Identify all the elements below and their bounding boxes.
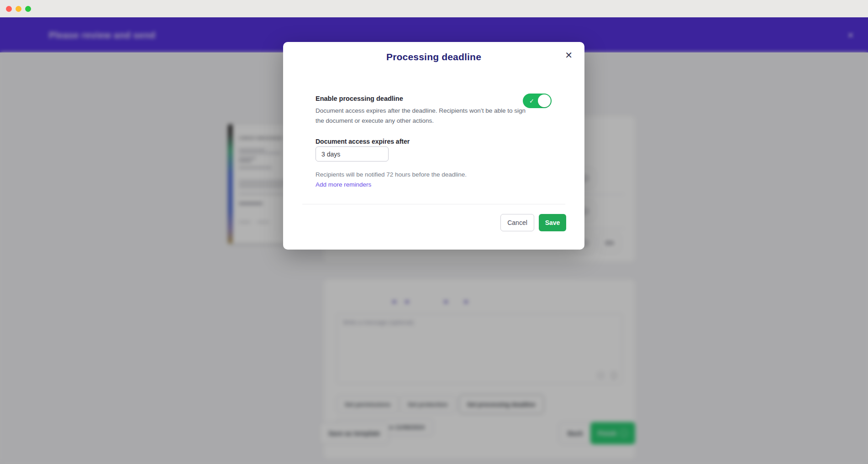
cancel-button[interactable]: Cancel <box>500 214 534 231</box>
toggle-knob <box>538 94 551 107</box>
dialog-title: Processing deadline <box>283 52 584 63</box>
screen: Please review and send ✕ COMPANY MEMORAN… <box>0 0 868 464</box>
save-button[interactable]: Save <box>539 214 566 231</box>
minimize-window-icon[interactable] <box>16 6 21 12</box>
dialog-close-icon[interactable]: ✕ <box>565 50 573 61</box>
enable-deadline-label: Enable processing deadline <box>316 95 403 102</box>
check-icon: ✓ <box>529 98 534 104</box>
deadline-description: Document access expires after the deadli… <box>316 106 526 125</box>
expires-after-input[interactable] <box>316 146 389 162</box>
close-window-icon[interactable] <box>6 6 12 12</box>
processing-deadline-dialog: Processing deadline ✕ Enable processing … <box>283 42 584 250</box>
enable-deadline-toggle[interactable]: ✓ <box>523 94 552 108</box>
add-more-reminders-link[interactable]: Add more reminders <box>316 181 371 188</box>
macos-titlebar <box>0 0 868 17</box>
zoom-window-icon[interactable] <box>25 6 31 12</box>
expires-after-label: Document access expires after <box>316 138 410 145</box>
dialog-divider <box>302 204 565 204</box>
reminder-note: Recipients will be notified 72 hours bef… <box>316 171 467 178</box>
